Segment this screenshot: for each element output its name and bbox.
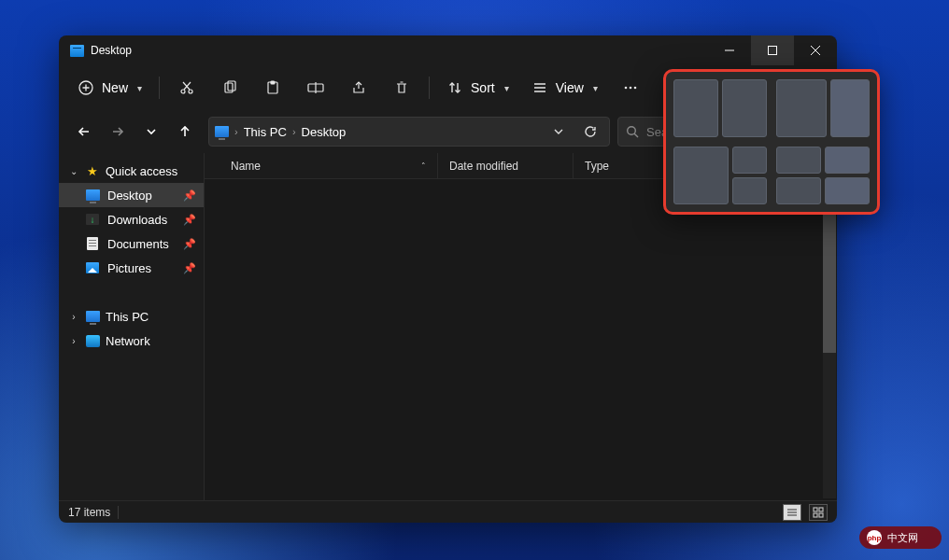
sort-caret-icon: ˄ xyxy=(421,161,426,171)
download-icon xyxy=(85,212,100,227)
tree-label: Quick access xyxy=(106,164,177,178)
new-button[interactable]: New ▾ xyxy=(68,71,151,105)
sidebar-item-label: Pictures xyxy=(107,261,151,275)
column-date-modified[interactable]: Date modified xyxy=(438,153,574,178)
snap-zone[interactable] xyxy=(673,79,718,137)
location-monitor-icon xyxy=(215,126,229,137)
view-button-label: View xyxy=(556,80,584,95)
close-button[interactable] xyxy=(794,35,837,65)
navigation-pane[interactable]: ⌄ ★ Quick access Desktop 📌 Downloads 📌 D… xyxy=(59,153,204,500)
svg-rect-31 xyxy=(819,513,823,517)
breadcrumb-segment[interactable]: This PC xyxy=(244,125,287,139)
svg-rect-30 xyxy=(814,513,817,517)
thumbnails-view-button[interactable] xyxy=(809,504,828,521)
chevron-right-icon[interactable]: › xyxy=(68,312,79,322)
snap-zone[interactable] xyxy=(732,147,767,174)
up-button[interactable] xyxy=(169,117,201,147)
tree-quick-access[interactable]: ⌄ ★ Quick access xyxy=(59,159,204,183)
rename-button[interactable] xyxy=(296,71,335,105)
pin-icon: 📌 xyxy=(183,262,196,274)
copy-icon xyxy=(221,79,238,96)
titlebar[interactable]: Desktop xyxy=(59,35,837,65)
view-button[interactable]: View ▾ xyxy=(522,71,607,105)
recent-locations-button[interactable] xyxy=(135,117,167,147)
paste-button[interactable] xyxy=(253,71,292,105)
snap-layout-quad[interactable] xyxy=(776,147,870,204)
monitor-icon xyxy=(85,309,100,324)
snap-zone[interactable] xyxy=(825,147,870,174)
more-button[interactable] xyxy=(611,71,650,105)
svg-line-10 xyxy=(183,82,190,90)
sidebar-item-label: Downloads xyxy=(107,213,167,227)
refresh-button[interactable] xyxy=(577,119,603,145)
address-dropdown-button[interactable] xyxy=(545,119,572,145)
rename-icon xyxy=(307,79,324,96)
toolbar-divider xyxy=(159,77,160,99)
maximize-button[interactable] xyxy=(751,35,794,65)
share-button[interactable] xyxy=(339,71,378,105)
sidebar-item-pictures[interactable]: Pictures 📌 xyxy=(59,256,204,280)
sort-button[interactable]: Sort ▾ xyxy=(437,71,518,105)
address-bar[interactable]: › This PC › Desktop xyxy=(208,117,610,147)
more-icon xyxy=(622,79,639,96)
snap-zone[interactable] xyxy=(830,79,870,137)
file-list[interactable] xyxy=(205,179,837,500)
snap-zone[interactable] xyxy=(776,177,821,204)
monitor-icon xyxy=(85,188,100,203)
svg-line-24 xyxy=(634,133,638,137)
window-title: Desktop xyxy=(91,44,708,57)
star-icon: ★ xyxy=(85,163,100,178)
sidebar-item-label: Desktop xyxy=(107,189,152,203)
vertical-scrollbar[interactable] xyxy=(823,181,836,498)
pin-icon: 📌 xyxy=(183,214,196,226)
chevron-down-icon: ▾ xyxy=(137,83,142,93)
copy-button[interactable] xyxy=(210,71,249,105)
column-name[interactable]: Name ˄ xyxy=(205,153,438,178)
sidebar-item-downloads[interactable]: Downloads 📌 xyxy=(59,207,204,231)
snap-zone[interactable] xyxy=(722,79,767,137)
scrollbar-track[interactable] xyxy=(823,353,836,498)
sort-button-label: Sort xyxy=(471,80,495,95)
snap-zone[interactable] xyxy=(825,177,870,204)
snap-layouts-flyout[interactable] xyxy=(663,69,880,215)
pictures-icon xyxy=(85,260,100,275)
cut-button[interactable] xyxy=(167,71,206,105)
sidebar-item-documents[interactable]: Documents 📌 xyxy=(59,231,204,256)
window-app-icon xyxy=(70,45,84,57)
snap-zone[interactable] xyxy=(776,79,827,137)
watermark-badge: php 中文网 xyxy=(859,526,942,549)
pin-icon: 📌 xyxy=(183,189,196,202)
snap-zone[interactable] xyxy=(673,147,729,204)
snap-layout-1-plus-2[interactable] xyxy=(673,147,767,204)
tree-this-pc[interactable]: › This PC xyxy=(59,304,204,329)
search-icon xyxy=(626,125,639,138)
forward-button[interactable] xyxy=(102,117,134,147)
sidebar-item-label: Documents xyxy=(107,237,169,251)
share-icon xyxy=(350,79,367,96)
chevron-down-icon[interactable]: ⌄ xyxy=(68,166,79,176)
pin-icon: 📌 xyxy=(183,238,196,250)
svg-point-8 xyxy=(189,90,192,93)
details-view-button[interactable] xyxy=(783,504,801,521)
svg-rect-14 xyxy=(271,81,275,84)
minimize-button[interactable] xyxy=(708,35,751,65)
snap-zone[interactable] xyxy=(776,147,821,174)
cut-icon xyxy=(178,79,195,96)
paste-icon xyxy=(264,79,281,96)
watermark-text: 中文网 xyxy=(887,531,918,545)
chevron-right-icon[interactable]: › xyxy=(68,336,79,346)
trash-icon xyxy=(393,79,410,96)
document-icon xyxy=(85,236,100,251)
svg-point-22 xyxy=(633,87,636,90)
sidebar-item-desktop[interactable]: Desktop 📌 xyxy=(59,183,204,207)
status-bar: 17 items xyxy=(59,500,837,523)
delete-button[interactable] xyxy=(382,71,421,105)
new-button-label: New xyxy=(102,80,128,95)
breadcrumb-segment[interactable]: Desktop xyxy=(302,125,347,139)
back-button[interactable] xyxy=(68,117,100,147)
snap-zone[interactable] xyxy=(732,177,767,204)
tree-network[interactable]: › Network xyxy=(59,329,204,353)
network-icon xyxy=(85,333,100,348)
snap-layout-split-2[interactable] xyxy=(673,79,767,137)
snap-layout-split-2-wide[interactable] xyxy=(776,79,870,137)
